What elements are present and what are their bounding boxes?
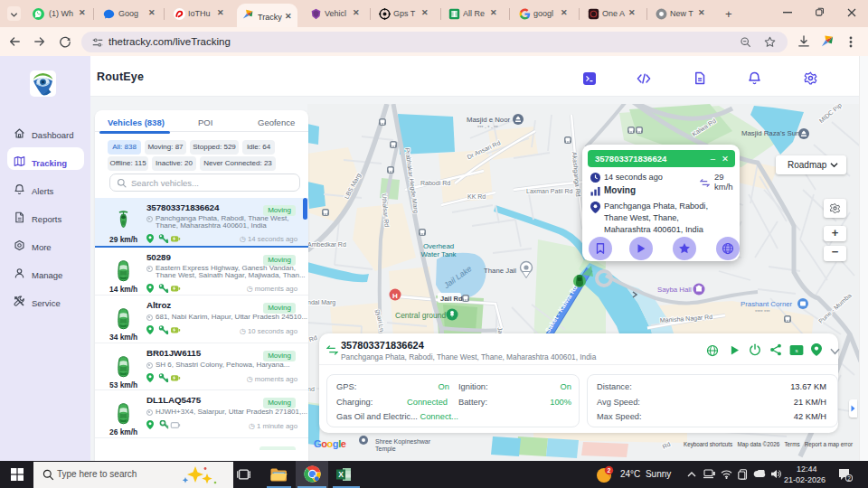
svg-text:Rabodi Rd: Rabodi Rd	[420, 180, 450, 186]
svg-text:Jail Rd: Jail Rd	[440, 295, 463, 303]
svg-text:Thane Jail: Thane Jail	[484, 267, 516, 275]
svg-text:X: X	[338, 470, 344, 479]
svg-text:Central ground: Central ground	[395, 311, 447, 320]
svg-text:Masjid e Noor: Masjid e Noor	[467, 116, 511, 124]
svg-text:H: H	[392, 292, 398, 300]
svg-text:*** - * - **: *** - * - **	[477, 125, 498, 130]
svg-text:Masjid Raza's Sunni: Masjid Raza's Sunni	[741, 129, 806, 137]
svg-text:Ambedkar Rd: Ambedkar Rd	[307, 241, 346, 248]
svg-text:ndal Marg: ndal Marg	[307, 299, 335, 306]
svg-text:nd: nd	[307, 386, 315, 392]
svg-text:2: 2	[847, 475, 851, 482]
svg-text:Sayba Hall: Sayba Hall	[657, 286, 692, 294]
svg-text:OverheadWater Tank: OverheadWater Tank	[421, 242, 457, 258]
svg-text:s: s	[795, 347, 797, 353]
svg-text:Prashant Corner: Prashant Corner	[741, 300, 793, 308]
svg-text:**** ***: **** ***	[755, 309, 770, 314]
svg-text:KK Rd: KK Rd	[467, 193, 486, 200]
svg-text:Laxman Patil Rd: Laxman Patil Rd	[526, 188, 572, 194]
svg-text:2: 2	[608, 467, 611, 474]
